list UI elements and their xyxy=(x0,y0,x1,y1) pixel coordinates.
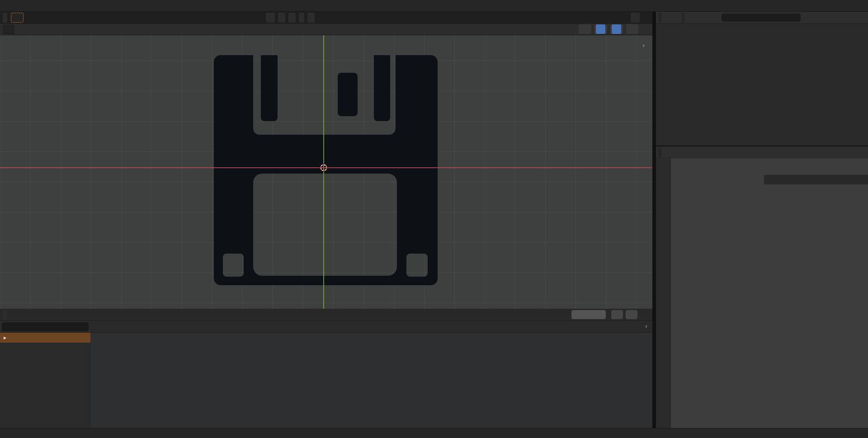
viewport-header xyxy=(0,24,652,35)
topbar xyxy=(0,0,868,12)
timeline-search-box[interactable] xyxy=(2,322,89,331)
current-frame-field[interactable] xyxy=(571,310,606,319)
outliner-search-input[interactable] xyxy=(726,14,785,21)
tool-settings-middle xyxy=(266,13,315,23)
object-visibility-dropdown[interactable] xyxy=(579,24,591,34)
floppy-shutter-bar xyxy=(374,55,390,121)
timeline-editor-type-button[interactable] xyxy=(3,310,7,320)
sidebar-collapse-arrow[interactable]: ‹ xyxy=(642,42,645,49)
tool-settings-bar xyxy=(0,12,652,24)
timeline-body[interactable]: ▶ xyxy=(0,333,652,428)
menu-marker[interactable] xyxy=(42,310,51,320)
blender-window: ‹ ‹ xyxy=(0,0,868,438)
menu-view[interactable] xyxy=(33,310,41,320)
floppy-shutter-slot xyxy=(338,73,358,116)
floppy-corner-hole-right xyxy=(406,254,428,277)
timeline-search-input[interactable] xyxy=(7,324,75,330)
outliner-search-box[interactable] xyxy=(722,14,801,22)
timeline-fields xyxy=(571,310,637,319)
active-tool-indicator[interactable] xyxy=(11,13,24,23)
show-overlays-toggle[interactable] xyxy=(610,24,623,34)
status-bar xyxy=(0,428,868,438)
menu-playback[interactable] xyxy=(9,310,19,320)
properties-editor xyxy=(656,146,868,428)
timeline-menus xyxy=(3,310,51,320)
channel-panel: ▶ xyxy=(0,333,90,428)
breadcrumb xyxy=(674,146,677,158)
falloff-dropdown[interactable] xyxy=(307,13,315,23)
outliner-editor-type-button[interactable] xyxy=(658,13,662,23)
timeline-collapse-arrow[interactable]: ‹ xyxy=(645,323,647,330)
properties-main xyxy=(671,158,868,428)
navigation-gizmo[interactable] xyxy=(603,37,643,77)
pivot-point-dropdown[interactable] xyxy=(278,13,285,23)
topbar-right xyxy=(858,1,863,10)
render-engine-row xyxy=(671,174,868,185)
active-tool-dropdown[interactable] xyxy=(3,13,7,23)
end-frame-field[interactable] xyxy=(626,310,637,319)
outliner-tree xyxy=(656,24,868,146)
disclosure-triangle-icon[interactable]: ▶ xyxy=(4,336,6,340)
viewport-header-right xyxy=(579,24,642,34)
mode-dropdown[interactable] xyxy=(3,24,14,34)
floppy-shutter-bar xyxy=(261,55,278,121)
start-frame-field[interactable] xyxy=(611,310,623,319)
properties-editor-type-button[interactable] xyxy=(658,147,661,157)
proportional-editing-toggle[interactable] xyxy=(299,13,304,23)
menu-keying[interactable] xyxy=(21,310,31,320)
timeline-editor: ‹ ▶ xyxy=(0,309,652,428)
show-gizmos-toggle[interactable] xyxy=(594,24,607,34)
render-engine-dropdown[interactable] xyxy=(764,175,868,184)
xray-toggle[interactable] xyxy=(626,24,638,34)
3d-cursor xyxy=(319,163,329,174)
timeline-ruler[interactable]: ‹ xyxy=(0,321,652,333)
outliner-header xyxy=(656,12,868,24)
keyframe-area[interactable] xyxy=(90,333,652,428)
outliner-display-mode-button[interactable] xyxy=(681,13,685,23)
snap-toggle[interactable] xyxy=(288,13,296,23)
outliner xyxy=(656,12,868,146)
timeline-header xyxy=(0,309,652,321)
3d-viewport[interactable]: ‹ xyxy=(0,35,652,309)
floppy-label-cutout xyxy=(253,174,397,276)
options-button[interactable] xyxy=(631,13,640,23)
tool-settings-left xyxy=(3,13,27,23)
properties-tab-strip xyxy=(656,158,671,428)
properties-header xyxy=(656,146,868,158)
floppy-corner-hole-left xyxy=(223,254,244,277)
transform-orientation-dropdown[interactable] xyxy=(266,13,275,23)
ruler-ticks xyxy=(90,321,652,333)
summary-channel[interactable]: ▶ xyxy=(0,333,90,343)
